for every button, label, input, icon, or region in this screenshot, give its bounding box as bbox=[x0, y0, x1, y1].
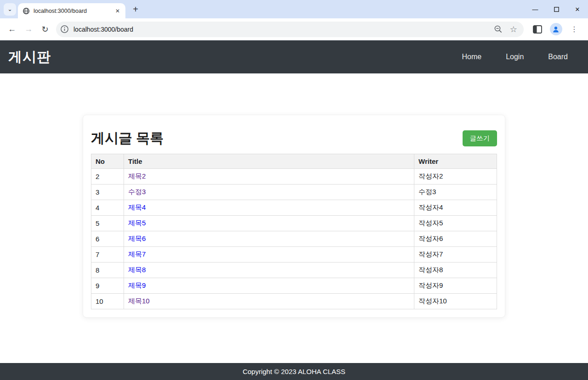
page-body: 게시글 목록 글쓰기 No Title Writer 2제목2작성자23수정3수… bbox=[0, 73, 588, 363]
window-minimize-button[interactable]: — bbox=[525, 0, 546, 18]
globe-icon bbox=[23, 7, 30, 15]
window-controls: — ✕ bbox=[525, 0, 588, 18]
nav-link-home[interactable]: Home bbox=[462, 53, 481, 61]
cell-no: 5 bbox=[91, 216, 124, 231]
cell-title: 제목10 bbox=[124, 294, 414, 309]
nav-link-board[interactable]: Board bbox=[548, 53, 568, 61]
tab-title: localhost:3000/board bbox=[34, 8, 113, 14]
cell-title: 제목8 bbox=[124, 263, 414, 278]
chevron-down-icon: ⌄ bbox=[7, 6, 12, 12]
post-title-link[interactable]: 수정3 bbox=[128, 188, 146, 196]
column-header-no: No bbox=[91, 154, 124, 169]
cell-writer: 수정3 bbox=[414, 184, 497, 200]
post-title-link[interactable]: 제목6 bbox=[128, 235, 146, 242]
cell-no: 7 bbox=[91, 247, 124, 263]
write-post-button[interactable]: 글쓰기 bbox=[463, 130, 498, 146]
cell-title: 제목4 bbox=[124, 200, 414, 216]
reload-icon: ↻ bbox=[41, 24, 48, 34]
post-title-link[interactable]: 제목10 bbox=[128, 297, 150, 305]
table-row: 6제목6작성자6 bbox=[91, 231, 497, 247]
nav-links: Home Login Board bbox=[462, 53, 568, 61]
cell-writer: 작성자5 bbox=[414, 216, 497, 231]
cell-title: 제목2 bbox=[124, 169, 414, 184]
cell-no: 8 bbox=[91, 263, 124, 278]
brand-logo[interactable]: 게시판 bbox=[8, 48, 51, 67]
back-button[interactable]: ← bbox=[4, 21, 20, 38]
cell-title: 수정3 bbox=[124, 184, 414, 200]
cell-no: 9 bbox=[91, 278, 124, 294]
site-navbar: 게시판 Home Login Board bbox=[0, 40, 588, 73]
table-header-row: No Title Writer bbox=[91, 154, 497, 169]
table-row: 10제목10작성자10 bbox=[91, 294, 497, 309]
card-header: 게시글 목록 글쓰기 bbox=[91, 129, 497, 148]
reload-button[interactable]: ↻ bbox=[37, 21, 53, 38]
column-header-title: Title bbox=[124, 154, 414, 169]
kebab-menu-icon: ⋮ bbox=[571, 25, 578, 34]
profile-button[interactable] bbox=[548, 21, 564, 38]
new-tab-button[interactable]: + bbox=[129, 3, 142, 16]
side-panel-button[interactable] bbox=[529, 21, 546, 38]
bookmark-star-icon[interactable]: ☆ bbox=[510, 24, 517, 34]
window-maximize-button[interactable] bbox=[546, 0, 567, 18]
window-close-button[interactable]: ✕ bbox=[567, 0, 588, 18]
back-icon: ← bbox=[8, 24, 16, 34]
cell-no: 2 bbox=[91, 169, 124, 184]
maximize-icon bbox=[554, 7, 559, 12]
nav-link-login[interactable]: Login bbox=[506, 53, 524, 61]
site-footer: Copyright © 2023 ALOHA CLASS bbox=[0, 363, 588, 380]
browser-menu-button[interactable]: ⋮ bbox=[566, 21, 582, 38]
avatar bbox=[550, 23, 562, 35]
table-row: 7제목7작성자7 bbox=[91, 247, 497, 263]
table-row: 4제목4작성자4 bbox=[91, 200, 497, 216]
table-row: 2제목2작성자2 bbox=[91, 169, 497, 184]
board-table: No Title Writer 2제목2작성자23수정3수정34제목4작성자45… bbox=[91, 154, 497, 309]
post-title-link[interactable]: 제목8 bbox=[128, 266, 146, 274]
browser-toolbar: ← → ↻ localhost:3000/board ☆ bbox=[0, 18, 588, 40]
post-title-link[interactable]: 제목5 bbox=[128, 219, 146, 227]
person-icon bbox=[552, 26, 560, 33]
cell-writer: 작성자6 bbox=[414, 231, 497, 247]
column-header-writer: Writer bbox=[414, 154, 497, 169]
cell-title: 제목5 bbox=[124, 216, 414, 231]
cell-writer: 작성자7 bbox=[414, 247, 497, 263]
post-title-link[interactable]: 제목7 bbox=[128, 250, 146, 258]
tab-search-button[interactable]: ⌄ bbox=[4, 3, 16, 16]
cell-writer: 작성자2 bbox=[414, 169, 497, 184]
board-card: 게시글 목록 글쓰기 No Title Writer 2제목2작성자23수정3수… bbox=[83, 115, 505, 318]
cell-no: 3 bbox=[91, 184, 124, 200]
table-row: 5제목5작성자5 bbox=[91, 216, 497, 231]
browser-tab[interactable]: localhost:3000/board ✕ bbox=[18, 3, 125, 18]
cell-writer: 작성자9 bbox=[414, 278, 497, 294]
table-row: 9제목9작성자9 bbox=[91, 278, 497, 294]
site-info-icon[interactable] bbox=[60, 25, 69, 34]
cell-title: 제목9 bbox=[124, 278, 414, 294]
forward-button[interactable]: → bbox=[20, 21, 37, 38]
cell-writer: 작성자10 bbox=[414, 294, 497, 309]
post-title-link[interactable]: 제목9 bbox=[128, 281, 146, 289]
cell-writer: 작성자4 bbox=[414, 200, 497, 216]
page-title: 게시글 목록 bbox=[91, 129, 164, 148]
cell-no: 6 bbox=[91, 231, 124, 247]
url-text[interactable]: localhost:3000/board bbox=[74, 26, 494, 33]
cell-writer: 작성자8 bbox=[414, 263, 497, 278]
zoom-out-icon[interactable] bbox=[494, 25, 503, 34]
table-row: 8제목8작성자8 bbox=[91, 263, 497, 278]
post-title-link[interactable]: 제목2 bbox=[128, 172, 146, 180]
table-body: 2제목2작성자23수정3수정34제목4작성자45제목5작성자56제목6작성자67… bbox=[91, 169, 497, 309]
copyright-text: Copyright © 2023 ALOHA CLASS bbox=[243, 368, 345, 375]
forward-icon: → bbox=[24, 24, 33, 34]
toolbar-right-icons: ⋮ bbox=[529, 21, 584, 38]
side-panel-icon bbox=[533, 25, 542, 34]
cell-title: 제목7 bbox=[124, 247, 414, 263]
cell-title: 제목6 bbox=[124, 231, 414, 247]
browser-tabstrip: ⌄ localhost:3000/board ✕ + — ✕ bbox=[0, 0, 588, 18]
post-title-link[interactable]: 제목4 bbox=[128, 203, 146, 211]
address-bar[interactable]: localhost:3000/board ☆ bbox=[56, 22, 524, 37]
cell-no: 10 bbox=[91, 294, 124, 309]
table-row: 3수정3수정3 bbox=[91, 184, 497, 200]
cell-no: 4 bbox=[91, 200, 124, 216]
tab-close-icon[interactable]: ✕ bbox=[113, 7, 122, 15]
